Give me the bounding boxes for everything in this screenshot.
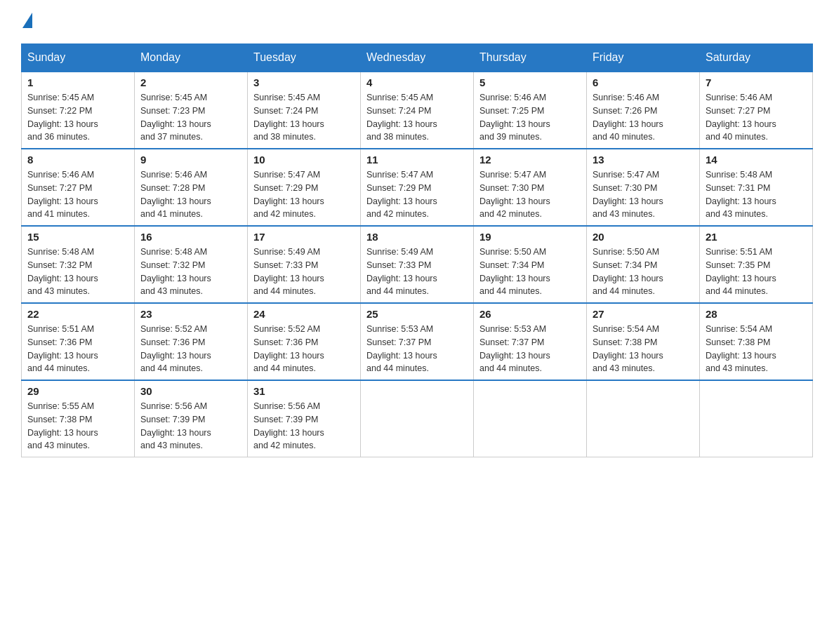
calendar-cell <box>361 380 474 457</box>
day-info: Sunrise: 5:54 AMSunset: 7:38 PMDaylight:… <box>706 323 807 375</box>
calendar-table: SundayMondayTuesdayWednesdayThursdayFrid… <box>21 43 813 457</box>
calendar-cell: 2Sunrise: 5:45 AMSunset: 7:23 PMDaylight… <box>135 72 248 149</box>
calendar-week-row: 22Sunrise: 5:51 AMSunset: 7:36 PMDayligh… <box>22 303 813 380</box>
day-info: Sunrise: 5:50 AMSunset: 7:34 PMDaylight:… <box>593 246 694 298</box>
calendar-cell: 3Sunrise: 5:45 AMSunset: 7:24 PMDaylight… <box>248 72 361 149</box>
calendar-header-monday: Monday <box>135 44 248 72</box>
day-info: Sunrise: 5:51 AMSunset: 7:35 PMDaylight:… <box>706 246 807 298</box>
day-info: Sunrise: 5:47 AMSunset: 7:30 PMDaylight:… <box>593 168 694 221</box>
day-info: Sunrise: 5:56 AMSunset: 7:39 PMDaylight:… <box>140 400 241 452</box>
day-info: Sunrise: 5:54 AMSunset: 7:38 PMDaylight:… <box>593 323 694 375</box>
day-number: 13 <box>593 154 694 166</box>
calendar-cell: 17Sunrise: 5:49 AMSunset: 7:33 PMDayligh… <box>248 226 361 303</box>
day-info: Sunrise: 5:53 AMSunset: 7:37 PMDaylight:… <box>366 323 468 375</box>
calendar-cell: 27Sunrise: 5:54 AMSunset: 7:38 PMDayligh… <box>587 303 700 380</box>
calendar-cell <box>700 380 813 457</box>
calendar-header-saturday: Saturday <box>700 44 813 72</box>
day-number: 4 <box>366 76 468 88</box>
calendar-cell: 30Sunrise: 5:56 AMSunset: 7:39 PMDayligh… <box>135 380 248 457</box>
calendar-header-friday: Friday <box>587 44 700 72</box>
day-number: 8 <box>27 154 128 166</box>
day-number: 31 <box>253 385 355 397</box>
day-info: Sunrise: 5:52 AMSunset: 7:36 PMDaylight:… <box>253 323 355 375</box>
calendar-cell: 8Sunrise: 5:46 AMSunset: 7:27 PMDaylight… <box>22 149 135 226</box>
day-info: Sunrise: 5:47 AMSunset: 7:29 PMDaylight:… <box>253 168 355 221</box>
day-info: Sunrise: 5:45 AMSunset: 7:22 PMDaylight:… <box>27 91 128 144</box>
day-info: Sunrise: 5:52 AMSunset: 7:36 PMDaylight:… <box>140 323 241 375</box>
day-number: 14 <box>706 154 807 166</box>
day-number: 10 <box>253 154 355 166</box>
calendar-cell: 15Sunrise: 5:48 AMSunset: 7:32 PMDayligh… <box>22 226 135 303</box>
calendar-cell: 29Sunrise: 5:55 AMSunset: 7:38 PMDayligh… <box>22 380 135 457</box>
calendar-cell: 12Sunrise: 5:47 AMSunset: 7:30 PMDayligh… <box>474 149 587 226</box>
day-info: Sunrise: 5:56 AMSunset: 7:39 PMDaylight:… <box>253 400 355 452</box>
calendar-cell: 10Sunrise: 5:47 AMSunset: 7:29 PMDayligh… <box>248 149 361 226</box>
day-number: 12 <box>479 154 581 166</box>
logo <box>21 14 32 29</box>
day-info: Sunrise: 5:48 AMSunset: 7:31 PMDaylight:… <box>706 168 807 221</box>
calendar-cell: 13Sunrise: 5:47 AMSunset: 7:30 PMDayligh… <box>587 149 700 226</box>
calendar-cell: 31Sunrise: 5:56 AMSunset: 7:39 PMDayligh… <box>248 380 361 457</box>
calendar-header-tuesday: Tuesday <box>248 44 361 72</box>
calendar-week-row: 1Sunrise: 5:45 AMSunset: 7:22 PMDaylight… <box>22 72 813 149</box>
day-info: Sunrise: 5:45 AMSunset: 7:23 PMDaylight:… <box>140 91 241 144</box>
logo-triangle-icon <box>22 13 32 28</box>
day-info: Sunrise: 5:49 AMSunset: 7:33 PMDaylight:… <box>366 246 468 298</box>
day-number: 19 <box>479 231 581 243</box>
day-number: 22 <box>27 308 128 320</box>
day-info: Sunrise: 5:46 AMSunset: 7:28 PMDaylight:… <box>140 168 241 221</box>
day-number: 20 <box>593 231 694 243</box>
day-info: Sunrise: 5:46 AMSunset: 7:27 PMDaylight:… <box>27 168 128 221</box>
calendar-cell: 21Sunrise: 5:51 AMSunset: 7:35 PMDayligh… <box>700 226 813 303</box>
day-info: Sunrise: 5:48 AMSunset: 7:32 PMDaylight:… <box>27 246 128 298</box>
day-number: 9 <box>140 154 241 166</box>
calendar-cell: 25Sunrise: 5:53 AMSunset: 7:37 PMDayligh… <box>361 303 474 380</box>
day-number: 30 <box>140 385 241 397</box>
day-number: 15 <box>27 231 128 243</box>
day-info: Sunrise: 5:51 AMSunset: 7:36 PMDaylight:… <box>27 323 128 375</box>
calendar-cell: 7Sunrise: 5:46 AMSunset: 7:27 PMDaylight… <box>700 72 813 149</box>
day-number: 21 <box>706 231 807 243</box>
day-number: 25 <box>366 308 468 320</box>
calendar-header-thursday: Thursday <box>474 44 587 72</box>
day-number: 27 <box>593 308 694 320</box>
day-number: 1 <box>27 76 128 88</box>
day-info: Sunrise: 5:50 AMSunset: 7:34 PMDaylight:… <box>479 246 581 298</box>
day-number: 28 <box>706 308 807 320</box>
calendar-cell: 22Sunrise: 5:51 AMSunset: 7:36 PMDayligh… <box>22 303 135 380</box>
calendar-cell: 9Sunrise: 5:46 AMSunset: 7:28 PMDaylight… <box>135 149 248 226</box>
day-number: 7 <box>706 76 807 88</box>
day-info: Sunrise: 5:47 AMSunset: 7:29 PMDaylight:… <box>366 168 468 221</box>
day-info: Sunrise: 5:45 AMSunset: 7:24 PMDaylight:… <box>366 91 468 144</box>
day-info: Sunrise: 5:46 AMSunset: 7:26 PMDaylight:… <box>593 91 694 144</box>
calendar-cell: 1Sunrise: 5:45 AMSunset: 7:22 PMDaylight… <box>22 72 135 149</box>
day-info: Sunrise: 5:47 AMSunset: 7:30 PMDaylight:… <box>479 168 581 221</box>
calendar-cell <box>474 380 587 457</box>
calendar-cell: 4Sunrise: 5:45 AMSunset: 7:24 PMDaylight… <box>361 72 474 149</box>
day-number: 18 <box>366 231 468 243</box>
calendar-cell: 16Sunrise: 5:48 AMSunset: 7:32 PMDayligh… <box>135 226 248 303</box>
day-number: 6 <box>593 76 694 88</box>
calendar-week-row: 8Sunrise: 5:46 AMSunset: 7:27 PMDaylight… <box>22 149 813 226</box>
day-number: 23 <box>140 308 241 320</box>
day-info: Sunrise: 5:53 AMSunset: 7:37 PMDaylight:… <box>479 323 581 375</box>
day-number: 11 <box>366 154 468 166</box>
day-info: Sunrise: 5:45 AMSunset: 7:24 PMDaylight:… <box>253 91 355 144</box>
day-info: Sunrise: 5:49 AMSunset: 7:33 PMDaylight:… <box>253 246 355 298</box>
calendar-cell <box>587 380 700 457</box>
calendar-cell: 20Sunrise: 5:50 AMSunset: 7:34 PMDayligh… <box>587 226 700 303</box>
calendar-cell: 19Sunrise: 5:50 AMSunset: 7:34 PMDayligh… <box>474 226 587 303</box>
calendar-cell: 28Sunrise: 5:54 AMSunset: 7:38 PMDayligh… <box>700 303 813 380</box>
day-number: 3 <box>253 76 355 88</box>
day-number: 29 <box>27 385 128 397</box>
calendar-cell: 6Sunrise: 5:46 AMSunset: 7:26 PMDaylight… <box>587 72 700 149</box>
day-info: Sunrise: 5:46 AMSunset: 7:27 PMDaylight:… <box>706 91 807 144</box>
calendar-header-sunday: Sunday <box>22 44 135 72</box>
calendar-header-row: SundayMondayTuesdayWednesdayThursdayFrid… <box>22 44 813 72</box>
calendar-cell: 14Sunrise: 5:48 AMSunset: 7:31 PMDayligh… <box>700 149 813 226</box>
calendar-cell: 5Sunrise: 5:46 AMSunset: 7:25 PMDaylight… <box>474 72 587 149</box>
day-number: 16 <box>140 231 241 243</box>
calendar-cell: 18Sunrise: 5:49 AMSunset: 7:33 PMDayligh… <box>361 226 474 303</box>
day-info: Sunrise: 5:55 AMSunset: 7:38 PMDaylight:… <box>27 400 128 452</box>
calendar-cell: 26Sunrise: 5:53 AMSunset: 7:37 PMDayligh… <box>474 303 587 380</box>
